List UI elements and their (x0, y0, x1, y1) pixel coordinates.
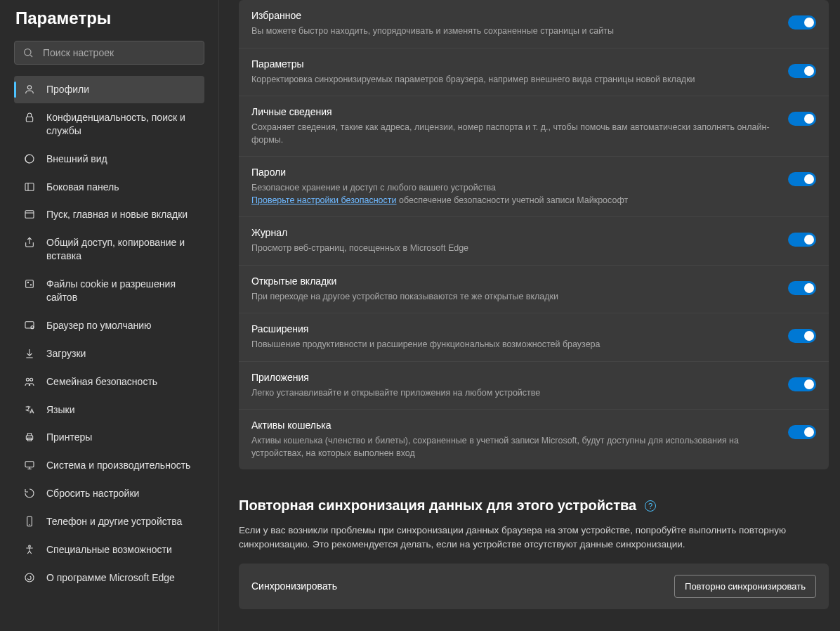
sync-title: Параметры (251, 58, 774, 70)
sync-row-6: РасширенияПовышение продуктивности и рас… (239, 313, 829, 361)
sync-desc: Вы можете быстро находить, упорядочивать… (251, 25, 774, 38)
sidebar-item-label: Сбросить настройки (46, 487, 139, 500)
sync-row-8: Активы кошелькаАктивы кошелька (членство… (239, 409, 829, 469)
sync-desc: Просмотр веб-страниц, посещенных в Micro… (251, 242, 774, 255)
sidebar-item-label: Семейная безопасность (46, 375, 157, 389)
language-icon (24, 404, 37, 415)
sync-title: Активы кошелька (251, 419, 774, 431)
svg-rect-13 (25, 322, 34, 328)
sidebar-item-label: О программе Microsoft Edge (46, 571, 175, 585)
sync-toggle-5[interactable] (788, 281, 816, 295)
svg-line-1 (30, 55, 32, 57)
sync-title: Расширения (251, 323, 774, 334)
sync-toggle-8[interactable] (788, 425, 816, 439)
sidebar-item-label: Профили (46, 83, 89, 96)
sync-title: Пароли (251, 167, 774, 178)
svg-point-16 (26, 378, 29, 381)
sidebar-item-8[interactable]: Загрузки (14, 340, 204, 367)
info-icon[interactable]: ? (645, 500, 656, 512)
reset-icon (24, 488, 37, 499)
svg-rect-18 (26, 436, 32, 439)
sync-row-4: ЖурналПросмотр веб-страниц, посещенных в… (239, 216, 829, 265)
resync-label: Синхронизировать (251, 580, 337, 592)
printer-icon (24, 431, 37, 443)
sidebar-item-9[interactable]: Семейная безопасность (14, 368, 204, 396)
sidebar-item-label: Языки (46, 403, 75, 417)
sidebar-item-label: Принтеры (46, 431, 92, 444)
default-browser-icon (24, 320, 37, 331)
sidebar-item-6[interactable]: Файлы cookie и разрешения сайтов (14, 271, 204, 311)
search-icon (22, 47, 34, 58)
sidebar-item-label: Общий доступ, копирование и вставка (46, 236, 195, 263)
svg-rect-3 (26, 117, 32, 122)
sync-row-5: Открытые вкладкиПри переходе на другое у… (239, 265, 829, 313)
share-icon (24, 237, 37, 248)
sync-toggle-4[interactable] (788, 233, 816, 247)
sync-toggle-2[interactable] (788, 112, 816, 126)
search-wrap (14, 41, 204, 65)
svg-point-0 (25, 49, 31, 56)
sync-title: Личные сведения (251, 106, 774, 117)
sidebar-icon (24, 181, 37, 193)
sidebar-item-0[interactable]: Профили (14, 76, 204, 103)
start-icon (24, 209, 37, 220)
sidebar-item-11[interactable]: Принтеры (14, 424, 204, 451)
resync-note: Если у вас возникли проблемы при синхрон… (239, 523, 829, 552)
about-icon (24, 572, 37, 583)
svg-rect-10 (26, 280, 34, 288)
svg-rect-5 (25, 183, 34, 190)
sync-desc: Повышение продуктивности и расширение фу… (251, 339, 774, 351)
sync-row-2: Личные сведенияСохраняет сведения, такие… (239, 96, 829, 156)
sync-title: Приложения (251, 372, 774, 383)
sidebar-item-10[interactable]: Языки (14, 396, 204, 424)
nav-list: ПрофилиКонфиденциальность, поиск и служб… (14, 76, 204, 592)
sidebar-item-1[interactable]: Конфиденциальность, поиск и службы (14, 104, 204, 145)
sync-title: Открытые вкладки (251, 275, 774, 287)
resync-row: Синхронизировать Повторно синхронизирова… (239, 564, 829, 609)
sync-toggle-3[interactable] (788, 172, 816, 186)
sync-toggle-6[interactable] (788, 329, 816, 343)
svg-point-11 (27, 282, 28, 282)
sidebar-item-13[interactable]: Сбросить настройки (14, 480, 204, 507)
sync-desc: Сохраняет сведения, такие как адреса, ли… (251, 122, 774, 146)
resync-button[interactable]: Повторно синхронизировать (674, 575, 816, 598)
sidebar-item-label: Система и производительность (46, 459, 190, 472)
profile-icon (24, 84, 37, 95)
resync-heading: Повторная синхронизация данных для этого… (239, 497, 636, 514)
sync-toggle-7[interactable] (788, 377, 816, 391)
sidebar-item-5[interactable]: Общий доступ, копирование и вставка (14, 229, 204, 270)
sidebar-item-16[interactable]: О программе Microsoft Edge (14, 564, 204, 592)
sidebar-item-2[interactable]: Внешний вид (14, 145, 204, 173)
sidebar-item-14[interactable]: Телефон и другие устройства (14, 508, 204, 535)
sidebar-item-4[interactable]: Пуск, главная и новые вкладки (14, 201, 204, 228)
sidebar-item-3[interactable]: Боковая панель (14, 174, 204, 201)
sync-desc: Активы кошелька (членство и билеты), сох… (251, 435, 774, 460)
lock-icon (24, 112, 37, 123)
system-icon (24, 460, 37, 471)
cookies-icon (24, 278, 37, 290)
sidebar-item-15[interactable]: Специальные возможности (14, 536, 204, 564)
resync-heading-row: Повторная синхронизация данных для этого… (239, 497, 829, 514)
sidebar-item-12[interactable]: Система и производительность (14, 452, 204, 479)
family-icon (24, 376, 37, 387)
svg-point-12 (30, 285, 31, 285)
sidebar-item-label: Специальные возможности (46, 543, 172, 557)
sidebar-item-label: Загрузки (46, 347, 86, 360)
svg-point-25 (29, 545, 31, 547)
sidebar-item-label: Конфиденциальность, поиск и службы (46, 111, 195, 138)
svg-rect-7 (25, 211, 34, 219)
sync-toggle-0[interactable] (788, 15, 816, 30)
settings-sidebar: Параметры ПрофилиКонфиденциальность, пои… (0, 0, 219, 631)
phone-icon (24, 516, 37, 527)
sync-desc: При переходе на другое устройство показы… (251, 291, 774, 304)
sync-toggle-1[interactable] (788, 64, 816, 78)
search-input[interactable] (14, 41, 204, 65)
svg-rect-20 (25, 462, 34, 467)
sync-row-1: ПараметрыКорректировка синхронизируемых … (239, 48, 829, 96)
main-content: ИзбранноеВы можете быстро находить, упор… (219, 0, 840, 631)
appearance-icon (24, 153, 37, 164)
download-icon (24, 348, 37, 359)
svg-point-2 (27, 86, 31, 89)
sidebar-item-7[interactable]: Браузер по умолчанию (14, 312, 204, 339)
security-settings-link[interactable]: Проверьте настройки безопасности (251, 195, 397, 205)
